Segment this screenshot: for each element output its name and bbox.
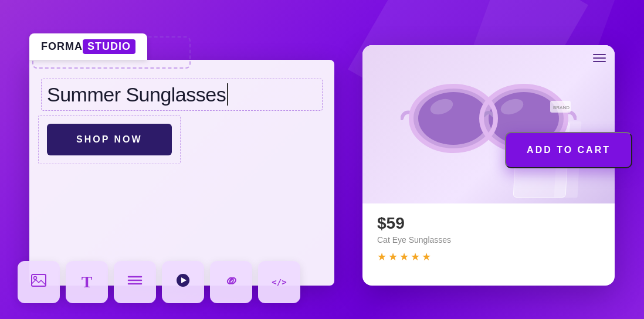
code-icon: </> bbox=[272, 277, 286, 287]
product-info: $59 Cat Eye Sunglasses ★ ★ ★ ★ ★ bbox=[362, 203, 615, 274]
svg-point-1 bbox=[34, 277, 37, 280]
product-stars: ★ ★ ★ ★ ★ bbox=[377, 250, 600, 263]
toolbar-code[interactable]: </> bbox=[258, 261, 300, 303]
star-3: ★ bbox=[399, 250, 409, 263]
star-4: ★ bbox=[411, 250, 420, 263]
product-price: $59 bbox=[377, 214, 600, 233]
svg-rect-0 bbox=[32, 274, 46, 286]
logo-bar: FORMA STUDIO bbox=[29, 33, 147, 60]
align-icon bbox=[127, 274, 143, 290]
svg-text:BRAND: BRAND bbox=[553, 105, 570, 110]
toolbar-text[interactable]: T bbox=[66, 261, 108, 303]
shop-button-area: SHOP NOW bbox=[47, 124, 172, 155]
toolbar-image[interactable] bbox=[18, 261, 60, 303]
hamburger-menu[interactable] bbox=[593, 54, 606, 62]
add-to-cart-button[interactable]: ADD TO CART bbox=[505, 132, 632, 168]
product-panel: BRAND $59 Cat Eye Sunglasses ★ ★ ★ ★ ★ A… bbox=[362, 33, 615, 286]
main-container: FORMA STUDIO Summer Sunglasses SHOP NOW bbox=[0, 0, 644, 319]
link-icon bbox=[223, 273, 239, 291]
editor-panel: FORMA STUDIO Summer Sunglasses SHOP NOW bbox=[29, 33, 334, 286]
toolbar-video[interactable] bbox=[162, 261, 204, 303]
menu-line-1 bbox=[593, 54, 606, 55]
heading-area: Summer Sunglasses bbox=[47, 83, 317, 106]
heading-text: Summer Sunglasses bbox=[47, 83, 228, 106]
product-image-area: BRAND bbox=[362, 45, 615, 203]
shop-now-button[interactable]: SHOP NOW bbox=[47, 124, 172, 155]
video-icon bbox=[175, 273, 191, 291]
star-5: ★ bbox=[422, 250, 431, 263]
toolbar-align[interactable] bbox=[114, 261, 156, 303]
toolbar-link[interactable] bbox=[210, 261, 252, 303]
menu-line-3 bbox=[593, 61, 606, 62]
svg-point-8 bbox=[418, 92, 489, 145]
image-icon bbox=[30, 273, 47, 291]
star-1: ★ bbox=[377, 250, 387, 263]
editor-content: Summer Sunglasses SHOP NOW bbox=[29, 60, 334, 286]
logo-studio: STUDIO bbox=[83, 39, 135, 54]
editor-toolbar: T bbox=[18, 261, 300, 303]
product-name: Cat Eye Sunglasses bbox=[377, 235, 600, 245]
logo-forma: FORMA bbox=[41, 40, 83, 53]
menu-line-2 bbox=[593, 57, 606, 59]
text-icon: T bbox=[82, 273, 93, 291]
star-2: ★ bbox=[388, 250, 398, 263]
